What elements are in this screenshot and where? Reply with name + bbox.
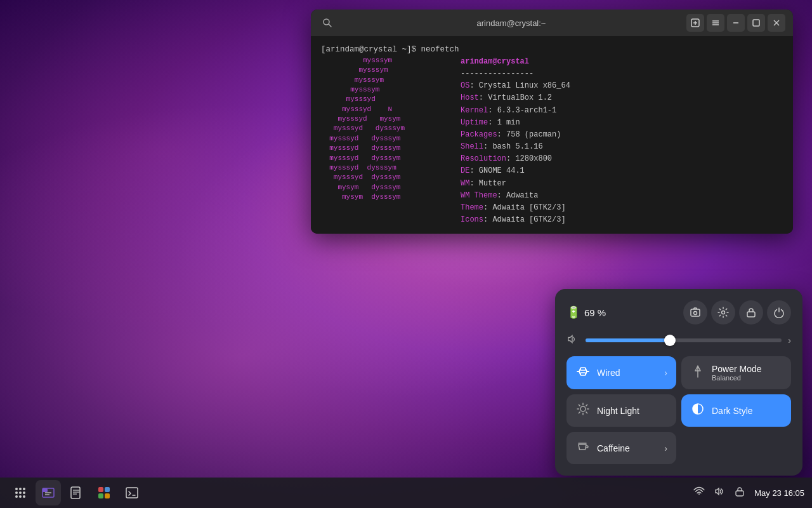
svg-point-30 (19, 488, 22, 490)
caffeine-icon (575, 439, 591, 457)
neofetch-output: mysssym mysssym mysssym mysssym mysssyd … (321, 56, 783, 227)
svg-rect-52 (736, 491, 743, 496)
svg-rect-46 (98, 487, 103, 492)
terminal-titlebar: arindam@crystal:~ (311, 10, 793, 36)
terminal-new-tab-button[interactable] (686, 14, 704, 32)
volume-sys-icon[interactable] (711, 483, 728, 502)
power-mode-content: Power Mode Balanced (712, 364, 782, 382)
svg-rect-42 (71, 487, 80, 498)
qs-top-row: 🔋 69 % (566, 300, 791, 324)
dark-style-label: Dark Style (712, 406, 782, 416)
terminal-controls (686, 14, 785, 32)
qs-battery: 🔋 69 % (566, 305, 606, 319)
lock-sys-icon[interactable] (731, 483, 748, 502)
power-mode-icon (690, 364, 705, 382)
battery-icon: 🔋 (566, 305, 580, 319)
svg-point-32 (15, 491, 18, 494)
qs-tiles-grid: Wired › Power Mode Balanced (566, 356, 791, 464)
dark-style-tile[interactable]: Dark Style (681, 394, 791, 427)
night-light-label: Night Light (597, 406, 667, 416)
terminal-title: arindam@crystal:~ (336, 18, 686, 28)
taskbar-app-notes[interactable] (63, 480, 89, 505)
volume-expand-icon[interactable]: › (788, 335, 791, 345)
svg-point-35 (15, 495, 18, 498)
taskbar-app-files[interactable] (36, 480, 61, 505)
svg-point-33 (19, 491, 22, 494)
terminal-restore-button[interactable] (747, 14, 765, 32)
volume-icon (566, 333, 579, 347)
svg-point-18 (580, 406, 586, 411)
caffeine-chevron-icon: › (664, 443, 667, 453)
settings-button[interactable] (711, 300, 735, 324)
svg-point-14 (722, 311, 725, 314)
network-icon[interactable] (691, 483, 707, 502)
volume-fill (586, 338, 670, 342)
lock-screen-button[interactable] (739, 300, 763, 324)
terminal-search-icon[interactable] (318, 14, 336, 32)
apps-grid-button[interactable] (8, 480, 33, 505)
power-mode-sub: Balanced (712, 374, 741, 382)
taskbar-left (8, 480, 145, 505)
volume-slider[interactable] (586, 338, 782, 342)
wired-label: Wired (597, 368, 658, 378)
svg-line-25 (579, 412, 580, 413)
clock: May 23 16:05 (754, 488, 804, 498)
terminal-minimize-button[interactable] (727, 14, 745, 32)
taskbar: May 23 16:05 (0, 478, 812, 508)
volume-track (586, 338, 782, 342)
qs-volume-row: › (566, 333, 791, 347)
svg-rect-16 (580, 368, 586, 370)
caffeine-label: Caffeine (597, 443, 658, 453)
svg-line-1 (329, 24, 331, 27)
svg-point-37 (23, 495, 25, 498)
terminal-window: arindam@crystal:~ (311, 10, 793, 234)
svg-point-36 (19, 495, 22, 498)
screenshot-button[interactable] (683, 300, 707, 324)
svg-point-31 (23, 488, 25, 490)
power-button[interactable] (767, 300, 791, 324)
terminal-body: [arindam@crystal ~]$ neofetch mysssym my… (311, 36, 793, 234)
taskbar-app-software[interactable] (91, 480, 117, 505)
caffeine-tile[interactable]: Caffeine › (566, 432, 676, 464)
power-mode-label: Power Mode (712, 364, 762, 374)
taskbar-right: May 23 16:05 (691, 483, 804, 502)
volume-thumb (664, 335, 676, 346)
terminal-close-button[interactable] (768, 14, 785, 32)
desktop: arindam@crystal:~ (0, 0, 812, 508)
svg-line-26 (586, 404, 587, 406)
svg-rect-38 (43, 488, 48, 492)
svg-line-24 (586, 412, 587, 413)
svg-point-13 (694, 312, 697, 315)
power-mode-tile[interactable]: Power Mode Balanced (681, 356, 791, 389)
svg-point-34 (23, 491, 25, 494)
taskbar-sys-icons (691, 483, 748, 502)
taskbar-app-terminal[interactable] (119, 480, 145, 505)
svg-rect-15 (747, 312, 755, 317)
wired-chevron-icon: › (664, 368, 667, 378)
svg-rect-47 (105, 487, 110, 492)
svg-line-23 (579, 404, 580, 406)
night-light-icon (575, 402, 591, 419)
neofetch-info: arindam@crystal ---------------- OS: Cry… (461, 56, 570, 227)
terminal-prompt-line: [arindam@crystal ~]$ neofetch (321, 44, 783, 56)
svg-point-29 (15, 488, 18, 490)
svg-rect-49 (105, 493, 110, 498)
qs-top-icons (683, 300, 791, 324)
svg-rect-50 (126, 488, 138, 498)
wired-tile[interactable]: Wired › (566, 356, 676, 389)
wired-icon (575, 364, 591, 382)
dark-style-icon (690, 402, 705, 419)
neofetch-art: mysssym mysssym mysssym mysssym mysssyd … (321, 56, 448, 227)
svg-rect-17 (580, 373, 586, 375)
svg-rect-12 (691, 309, 700, 316)
terminal-menu-button[interactable] (707, 14, 724, 32)
svg-rect-9 (753, 20, 759, 26)
svg-rect-48 (98, 493, 103, 498)
battery-percent: 69 % (584, 307, 606, 318)
quick-settings-panel: 🔋 69 % (555, 289, 802, 476)
night-light-tile[interactable]: Night Light (566, 394, 676, 427)
